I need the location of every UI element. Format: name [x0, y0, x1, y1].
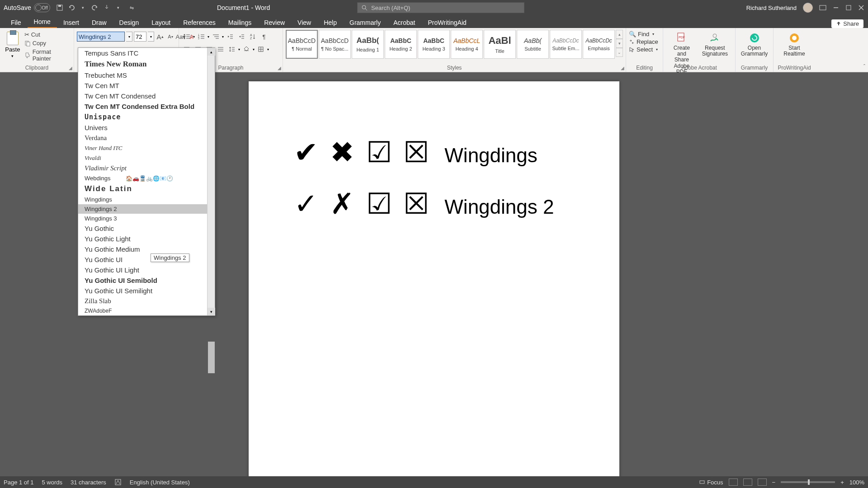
font-option[interactable]: Yu Gothic Medium — [78, 244, 215, 254]
font-option[interactable]: Times New Roman — [78, 58, 215, 70]
clipboard-launcher-icon[interactable]: ◢ — [69, 66, 72, 70]
save-icon[interactable] — [56, 4, 64, 12]
cut-button[interactable]: ✂Cut — [24, 31, 71, 38]
style-heading1[interactable]: AaBb(Heading 1 — [352, 30, 384, 59]
grow-font-icon[interactable]: A▴ — [156, 32, 165, 42]
style-title[interactable]: AaBlTitle — [484, 30, 516, 59]
select-button[interactable]: Select▾ — [629, 46, 658, 53]
style-normal[interactable]: AaBbCcD¶ Normal — [286, 30, 318, 59]
tab-help[interactable]: Help — [317, 17, 343, 28]
customize-qat-icon[interactable]: ▾ — [114, 4, 123, 12]
user-name[interactable]: Richard Sutherland — [746, 5, 797, 11]
bullets-icon[interactable] — [182, 32, 192, 42]
tab-review[interactable]: Review — [258, 17, 291, 28]
page[interactable]: ✔ ✖ ☑ ☒ Wingdings ✓ ✗ ☑ ☒ Wingdings 2 — [249, 81, 619, 476]
ribbon-display-icon[interactable] — [819, 5, 826, 10]
tab-view[interactable]: View — [291, 17, 317, 28]
autosave-toggle[interactable]: AutoSave Off — [4, 3, 50, 12]
status-language[interactable]: English (United States) — [130, 479, 190, 486]
status-page[interactable]: Page 1 of 1 — [4, 479, 34, 486]
tab-grammarly[interactable]: Grammarly — [343, 17, 387, 28]
font-option[interactable]: Yu Gothic UI Light — [78, 265, 215, 275]
style-heading4[interactable]: AaBbCcLHeading 4 — [451, 30, 483, 59]
maximize-icon[interactable] — [845, 5, 852, 11]
sort-icon[interactable]: AZ — [248, 32, 258, 42]
find-button[interactable]: 🔍Find▾ — [629, 31, 658, 38]
format-painter-button[interactable]: Format Painter — [24, 48, 71, 62]
user-avatar[interactable] — [803, 3, 813, 13]
tab-draw[interactable]: Draw — [85, 17, 113, 28]
search-box[interactable]: Search (Alt+Q) — [357, 2, 524, 13]
replace-button[interactable]: Replace — [629, 38, 658, 45]
font-size-dropdown-icon[interactable]: ▾ — [148, 32, 154, 42]
font-option[interactable]: ZWAdobeF — [78, 306, 215, 315]
tab-mailings[interactable]: Mailings — [222, 17, 258, 28]
font-option[interactable]: Zilla Slab — [78, 296, 215, 306]
tab-layout[interactable]: Layout — [145, 17, 177, 28]
font-option[interactable]: Yu Gothic Light — [78, 234, 215, 244]
tab-acrobat[interactable]: Acrobat — [387, 17, 421, 28]
tab-prowritingaid[interactable]: ProWritingAid — [421, 17, 472, 28]
font-dropdown-scrollbar[interactable]: ▴ ▾ — [207, 48, 215, 315]
font-option[interactable]: Tw Cen MT — [78, 80, 215, 91]
print-layout-icon[interactable] — [743, 479, 752, 486]
font-option[interactable]: Yu Gothic UI — [78, 254, 215, 265]
font-option[interactable]: Wingdings — [78, 195, 215, 204]
font-option[interactable]: Yu Gothic UI Semibold — [78, 275, 215, 286]
undo-dropdown-icon[interactable]: ▾ — [79, 4, 87, 12]
paragraph-launcher-icon[interactable]: ◢ — [278, 66, 281, 70]
line-spacing-icon[interactable] — [227, 44, 237, 54]
open-grammarly-button[interactable]: Open Grammarly — [736, 30, 772, 57]
font-option[interactable]: Vladimir Script — [78, 163, 215, 174]
tab-file[interactable]: File — [5, 17, 28, 28]
font-option[interactable]: Yu Gothic UI Semilight — [78, 286, 215, 296]
font-dropdown[interactable]: Tempus Sans ITCTimes New RomanTrebuchet … — [78, 47, 215, 316]
font-option[interactable]: Trebuchet MS — [78, 70, 215, 80]
minimize-icon[interactable] — [833, 5, 839, 11]
share-button[interactable]: Share — [831, 19, 863, 28]
font-option[interactable]: Tw Cen MT Condensed — [78, 91, 215, 101]
font-option[interactable]: Wingdings 3 — [78, 214, 215, 223]
close-icon[interactable] — [858, 5, 864, 11]
numbering-icon[interactable]: 123 — [196, 32, 206, 42]
shading-icon[interactable] — [241, 44, 251, 54]
style-up-icon[interactable]: ▴ — [616, 30, 623, 39]
request-signatures-button[interactable]: Request Signatures — [698, 30, 732, 57]
font-option[interactable]: Vivaldi — [78, 153, 215, 163]
zoom-level[interactable]: 100% — [849, 479, 864, 486]
zoom-in-icon[interactable]: + — [840, 479, 844, 486]
shrink-font-icon[interactable]: A▾ — [166, 32, 175, 42]
copy-button[interactable]: Copy — [24, 39, 71, 47]
autosave-switch[interactable]: Off — [34, 3, 50, 12]
borders-icon[interactable] — [256, 44, 266, 54]
font-option[interactable]: Webdings 🏠🚗🚆🚲🌐📧🕐 — [78, 174, 215, 183]
web-layout-icon[interactable] — [758, 479, 767, 486]
font-option[interactable]: Viner Hand ITC — [78, 143, 215, 153]
style-no-spacing[interactable]: AaBbCcD¶ No Spac... — [319, 30, 351, 59]
style-subtitle[interactable]: AaBb(Subtitle — [517, 30, 549, 59]
styles-launcher-icon[interactable]: ◢ — [621, 66, 624, 70]
tab-references[interactable]: References — [177, 17, 222, 28]
scroll-up-icon[interactable]: ▴ — [208, 48, 215, 56]
increase-indent-icon[interactable] — [236, 32, 246, 42]
multilevel-list-icon[interactable] — [211, 32, 221, 42]
style-subtle-emphasis[interactable]: AaBbCcDcSubtle Em... — [550, 30, 582, 59]
font-option[interactable]: Verdana — [78, 133, 215, 143]
font-name-input[interactable] — [77, 32, 125, 42]
font-option[interactable]: Wide Latin — [78, 183, 215, 195]
tab-insert[interactable]: Insert — [57, 17, 85, 28]
style-more-icon[interactable]: ⌄ — [616, 48, 623, 57]
font-option[interactable]: Yu Gothic — [78, 223, 215, 234]
font-option[interactable]: Wingdings 2 — [78, 204, 215, 214]
paste-button[interactable]: Paste ▾ — [3, 30, 23, 58]
start-realtime-button[interactable]: Start Realtime — [779, 30, 809, 57]
redo-icon[interactable] — [91, 4, 99, 12]
zoom-out-icon[interactable]: − — [772, 479, 776, 486]
font-option[interactable]: Unispace — [78, 112, 215, 122]
font-option[interactable]: Univers — [78, 122, 215, 133]
font-option[interactable]: Tempus Sans ITC — [78, 48, 215, 58]
style-heading2[interactable]: AaBbCHeading 2 — [385, 30, 417, 59]
show-marks-icon[interactable]: ¶ — [259, 32, 269, 42]
collapse-ribbon-icon[interactable]: ˆ — [863, 64, 865, 70]
read-mode-icon[interactable] — [729, 479, 738, 486]
